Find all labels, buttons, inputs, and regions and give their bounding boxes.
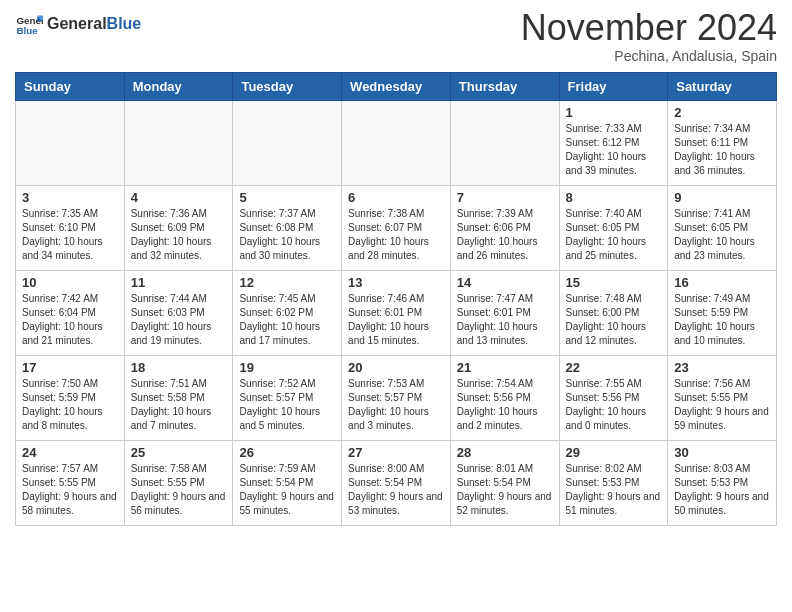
calendar-cell: 26Sunrise: 7:59 AM Sunset: 5:54 PM Dayli… <box>233 441 342 526</box>
day-number: 25 <box>131 445 227 460</box>
col-sunday: Sunday <box>16 73 125 101</box>
day-number: 29 <box>566 445 662 460</box>
day-number: 12 <box>239 275 335 290</box>
col-saturday: Saturday <box>668 73 777 101</box>
day-info: Sunrise: 7:59 AM Sunset: 5:54 PM Dayligh… <box>239 462 335 518</box>
calendar-cell: 2Sunrise: 7:34 AM Sunset: 6:11 PM Daylig… <box>668 101 777 186</box>
calendar-cell: 1Sunrise: 7:33 AM Sunset: 6:12 PM Daylig… <box>559 101 668 186</box>
day-info: Sunrise: 7:55 AM Sunset: 5:56 PM Dayligh… <box>566 377 662 433</box>
day-number: 9 <box>674 190 770 205</box>
day-number: 20 <box>348 360 444 375</box>
calendar-header-row: Sunday Monday Tuesday Wednesday Thursday… <box>16 73 777 101</box>
week-row-3: 10Sunrise: 7:42 AM Sunset: 6:04 PM Dayli… <box>16 271 777 356</box>
day-number: 16 <box>674 275 770 290</box>
day-info: Sunrise: 8:03 AM Sunset: 5:53 PM Dayligh… <box>674 462 770 518</box>
month-title: November 2024 <box>521 10 777 46</box>
day-info: Sunrise: 7:56 AM Sunset: 5:55 PM Dayligh… <box>674 377 770 433</box>
calendar-cell: 14Sunrise: 7:47 AM Sunset: 6:01 PM Dayli… <box>450 271 559 356</box>
logo-icon: General Blue <box>15 10 43 38</box>
calendar-cell <box>16 101 125 186</box>
day-info: Sunrise: 8:01 AM Sunset: 5:54 PM Dayligh… <box>457 462 553 518</box>
calendar-cell: 4Sunrise: 7:36 AM Sunset: 6:09 PM Daylig… <box>124 186 233 271</box>
day-info: Sunrise: 7:34 AM Sunset: 6:11 PM Dayligh… <box>674 122 770 178</box>
day-number: 2 <box>674 105 770 120</box>
day-info: Sunrise: 7:51 AM Sunset: 5:58 PM Dayligh… <box>131 377 227 433</box>
calendar-cell <box>124 101 233 186</box>
day-info: Sunrise: 8:02 AM Sunset: 5:53 PM Dayligh… <box>566 462 662 518</box>
calendar-cell: 30Sunrise: 8:03 AM Sunset: 5:53 PM Dayli… <box>668 441 777 526</box>
day-number: 14 <box>457 275 553 290</box>
day-info: Sunrise: 7:52 AM Sunset: 5:57 PM Dayligh… <box>239 377 335 433</box>
day-number: 1 <box>566 105 662 120</box>
calendar-cell: 22Sunrise: 7:55 AM Sunset: 5:56 PM Dayli… <box>559 356 668 441</box>
day-number: 8 <box>566 190 662 205</box>
day-number: 7 <box>457 190 553 205</box>
calendar-cell: 20Sunrise: 7:53 AM Sunset: 5:57 PM Dayli… <box>342 356 451 441</box>
calendar-cell: 8Sunrise: 7:40 AM Sunset: 6:05 PM Daylig… <box>559 186 668 271</box>
day-info: Sunrise: 7:54 AM Sunset: 5:56 PM Dayligh… <box>457 377 553 433</box>
day-info: Sunrise: 7:58 AM Sunset: 5:55 PM Dayligh… <box>131 462 227 518</box>
day-info: Sunrise: 7:57 AM Sunset: 5:55 PM Dayligh… <box>22 462 118 518</box>
calendar-cell: 25Sunrise: 7:58 AM Sunset: 5:55 PM Dayli… <box>124 441 233 526</box>
day-info: Sunrise: 7:47 AM Sunset: 6:01 PM Dayligh… <box>457 292 553 348</box>
header: General Blue GeneralBlue November 2024 P… <box>15 10 777 64</box>
calendar-cell: 5Sunrise: 7:37 AM Sunset: 6:08 PM Daylig… <box>233 186 342 271</box>
logo-general: General <box>47 15 107 32</box>
calendar-page: General Blue GeneralBlue November 2024 P… <box>0 0 792 612</box>
week-row-2: 3Sunrise: 7:35 AM Sunset: 6:10 PM Daylig… <box>16 186 777 271</box>
day-number: 3 <box>22 190 118 205</box>
calendar-cell: 3Sunrise: 7:35 AM Sunset: 6:10 PM Daylig… <box>16 186 125 271</box>
day-info: Sunrise: 7:41 AM Sunset: 6:05 PM Dayligh… <box>674 207 770 263</box>
day-number: 22 <box>566 360 662 375</box>
calendar-cell: 24Sunrise: 7:57 AM Sunset: 5:55 PM Dayli… <box>16 441 125 526</box>
calendar-cell: 7Sunrise: 7:39 AM Sunset: 6:06 PM Daylig… <box>450 186 559 271</box>
calendar-cell: 23Sunrise: 7:56 AM Sunset: 5:55 PM Dayli… <box>668 356 777 441</box>
day-info: Sunrise: 7:40 AM Sunset: 6:05 PM Dayligh… <box>566 207 662 263</box>
location: Pechina, Andalusia, Spain <box>521 48 777 64</box>
calendar-cell: 12Sunrise: 7:45 AM Sunset: 6:02 PM Dayli… <box>233 271 342 356</box>
calendar-cell: 19Sunrise: 7:52 AM Sunset: 5:57 PM Dayli… <box>233 356 342 441</box>
calendar-cell: 28Sunrise: 8:01 AM Sunset: 5:54 PM Dayli… <box>450 441 559 526</box>
calendar-cell: 29Sunrise: 8:02 AM Sunset: 5:53 PM Dayli… <box>559 441 668 526</box>
logo: General Blue GeneralBlue <box>15 10 141 38</box>
day-info: Sunrise: 7:48 AM Sunset: 6:00 PM Dayligh… <box>566 292 662 348</box>
calendar-cell <box>342 101 451 186</box>
calendar-cell: 6Sunrise: 7:38 AM Sunset: 6:07 PM Daylig… <box>342 186 451 271</box>
logo-text-block: GeneralBlue <box>47 15 141 33</box>
logo-blue: Blue <box>107 15 142 32</box>
calendar-cell: 27Sunrise: 8:00 AM Sunset: 5:54 PM Dayli… <box>342 441 451 526</box>
day-info: Sunrise: 7:46 AM Sunset: 6:01 PM Dayligh… <box>348 292 444 348</box>
day-info: Sunrise: 7:45 AM Sunset: 6:02 PM Dayligh… <box>239 292 335 348</box>
day-number: 17 <box>22 360 118 375</box>
calendar-cell: 21Sunrise: 7:54 AM Sunset: 5:56 PM Dayli… <box>450 356 559 441</box>
day-number: 26 <box>239 445 335 460</box>
day-number: 23 <box>674 360 770 375</box>
day-number: 21 <box>457 360 553 375</box>
svg-text:Blue: Blue <box>16 25 38 36</box>
calendar-cell: 13Sunrise: 7:46 AM Sunset: 6:01 PM Dayli… <box>342 271 451 356</box>
week-row-5: 24Sunrise: 7:57 AM Sunset: 5:55 PM Dayli… <box>16 441 777 526</box>
week-row-1: 1Sunrise: 7:33 AM Sunset: 6:12 PM Daylig… <box>16 101 777 186</box>
day-info: Sunrise: 7:50 AM Sunset: 5:59 PM Dayligh… <box>22 377 118 433</box>
day-number: 18 <box>131 360 227 375</box>
day-info: Sunrise: 7:39 AM Sunset: 6:06 PM Dayligh… <box>457 207 553 263</box>
day-number: 4 <box>131 190 227 205</box>
day-info: Sunrise: 8:00 AM Sunset: 5:54 PM Dayligh… <box>348 462 444 518</box>
day-number: 11 <box>131 275 227 290</box>
day-info: Sunrise: 7:33 AM Sunset: 6:12 PM Dayligh… <box>566 122 662 178</box>
calendar-cell: 17Sunrise: 7:50 AM Sunset: 5:59 PM Dayli… <box>16 356 125 441</box>
week-row-4: 17Sunrise: 7:50 AM Sunset: 5:59 PM Dayli… <box>16 356 777 441</box>
calendar-cell: 18Sunrise: 7:51 AM Sunset: 5:58 PM Dayli… <box>124 356 233 441</box>
day-info: Sunrise: 7:35 AM Sunset: 6:10 PM Dayligh… <box>22 207 118 263</box>
day-number: 5 <box>239 190 335 205</box>
day-info: Sunrise: 7:44 AM Sunset: 6:03 PM Dayligh… <box>131 292 227 348</box>
day-number: 28 <box>457 445 553 460</box>
calendar-cell: 9Sunrise: 7:41 AM Sunset: 6:05 PM Daylig… <box>668 186 777 271</box>
day-info: Sunrise: 7:53 AM Sunset: 5:57 PM Dayligh… <box>348 377 444 433</box>
title-block: November 2024 Pechina, Andalusia, Spain <box>521 10 777 64</box>
day-number: 15 <box>566 275 662 290</box>
calendar-table: Sunday Monday Tuesday Wednesday Thursday… <box>15 72 777 526</box>
calendar-cell: 15Sunrise: 7:48 AM Sunset: 6:00 PM Dayli… <box>559 271 668 356</box>
day-info: Sunrise: 7:42 AM Sunset: 6:04 PM Dayligh… <box>22 292 118 348</box>
col-wednesday: Wednesday <box>342 73 451 101</box>
